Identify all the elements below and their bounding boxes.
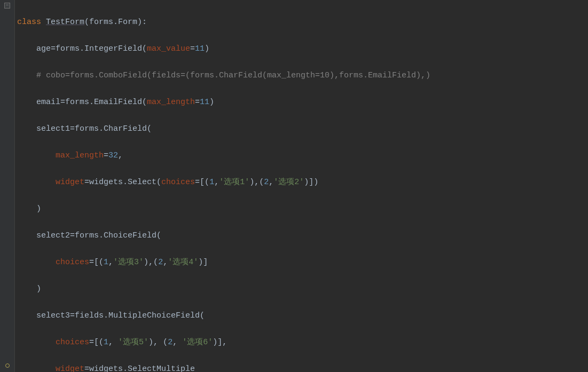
text: select1	[17, 124, 70, 133]
op: =	[104, 151, 108, 160]
number: 11	[195, 44, 205, 53]
text: [(	[94, 338, 104, 347]
text: email	[17, 98, 60, 107]
param: widget	[56, 365, 84, 372]
text: ,	[108, 338, 118, 347]
number: 1	[104, 258, 108, 267]
code-line[interactable]: widget=widgets.SelectMultiple	[17, 362, 588, 372]
text: ), (	[148, 338, 168, 347]
number: 32	[108, 151, 118, 160]
text: )	[209, 98, 214, 107]
op: =	[84, 178, 89, 187]
call: fields.MultipleChoiceField(	[75, 311, 205, 320]
editor-gutter[interactable]	[0, 0, 15, 372]
code-line[interactable]: email=forms.EmailField(max_length=11)	[17, 96, 588, 109]
param: choices	[161, 178, 195, 187]
number: 1	[104, 338, 108, 347]
op: =	[70, 124, 75, 133]
code-line[interactable]: class TestForm(forms.Form):	[17, 15, 588, 29]
indent	[17, 258, 56, 267]
param: choices	[56, 338, 89, 347]
string: '选项3'	[113, 258, 144, 267]
param: widget	[56, 178, 84, 187]
op: =	[70, 231, 75, 240]
text: (forms.Form):	[84, 18, 147, 27]
indent	[17, 365, 56, 372]
op: =	[195, 178, 200, 187]
number: 11	[200, 98, 209, 107]
op: =	[70, 311, 75, 320]
call: forms.IntegerField(	[56, 44, 147, 53]
number: 2	[158, 258, 163, 267]
op: =	[89, 258, 94, 267]
number: 1	[209, 178, 214, 187]
code-line[interactable]: max_length=32,	[17, 149, 588, 162]
text: )	[17, 284, 41, 294]
code-line[interactable]: select3=fields.MultipleChoiceField(	[17, 309, 588, 322]
fold-icon[interactable]	[4, 3, 10, 9]
param: max_length	[147, 98, 195, 107]
call: widgets.SelectMultiple	[89, 365, 195, 372]
keyword: class	[17, 18, 46, 27]
op: =	[195, 98, 200, 107]
op: =	[60, 98, 65, 107]
text: )	[17, 204, 41, 213]
op: =	[89, 338, 94, 347]
text: age	[17, 44, 51, 53]
text: ,	[108, 258, 113, 267]
text: [(	[94, 258, 104, 267]
code-line[interactable]: select2=forms.ChoiceField(	[17, 229, 588, 242]
string: '选项5'	[118, 338, 148, 347]
string: '选项2'	[273, 178, 304, 187]
code-line[interactable]: # cobo=forms.ComboField(fields=(forms.Ch…	[17, 69, 588, 82]
op: =	[51, 44, 56, 53]
text: )])	[304, 178, 318, 187]
code-line[interactable]: choices=[(1,'选项3'),(2,'选项4')]	[17, 256, 588, 269]
text: ,	[269, 178, 273, 187]
indent	[17, 338, 56, 347]
code-line[interactable]: age=forms.IntegerField(max_value=11)	[17, 42, 588, 56]
indent	[17, 151, 56, 160]
text: [(	[200, 178, 209, 187]
indent	[17, 178, 56, 187]
string: '选项1'	[219, 178, 249, 187]
code-line[interactable]: )	[17, 282, 588, 296]
string: '选项6'	[182, 338, 213, 347]
text: ),(	[249, 178, 264, 187]
code-editor[interactable]: class TestForm(forms.Form): age=forms.In…	[15, 0, 588, 372]
call: forms.ChoiceField(	[75, 231, 161, 240]
code-line[interactable]: )	[17, 202, 588, 216]
call: widgets.Select(	[89, 178, 161, 187]
text: )]	[198, 258, 208, 267]
code-line[interactable]: select1=forms.CharField(	[17, 122, 588, 136]
number: 2	[264, 178, 269, 187]
text: ,	[173, 338, 182, 347]
code-line[interactable]: choices=[(1, '选项5'), (2, '选项6')],	[17, 336, 588, 349]
text: )	[205, 44, 209, 53]
text: ,	[214, 178, 219, 187]
text: )],	[213, 338, 227, 347]
code-line[interactable]: widget=widgets.Select(choices=[(1,'选项1')…	[17, 176, 588, 189]
text: ),(	[144, 258, 158, 267]
param: max_value	[147, 44, 190, 53]
number: 2	[168, 338, 173, 347]
text: select3	[17, 311, 70, 320]
op: =	[190, 44, 195, 53]
breakpoint-gutter-icon[interactable]	[5, 363, 10, 368]
string: '选项4'	[168, 258, 198, 267]
param: choices	[56, 258, 89, 267]
text: ,	[163, 258, 168, 267]
op: =	[84, 365, 89, 372]
call: forms.EmailField(	[65, 98, 147, 107]
text: ,	[118, 151, 123, 160]
call: forms.CharField(	[75, 124, 152, 133]
param: max_length	[56, 151, 104, 160]
text: select2	[17, 231, 70, 240]
comment: # cobo=forms.ComboField(fields=(forms.Ch…	[17, 71, 430, 80]
class-name: TestForm	[46, 18, 84, 27]
